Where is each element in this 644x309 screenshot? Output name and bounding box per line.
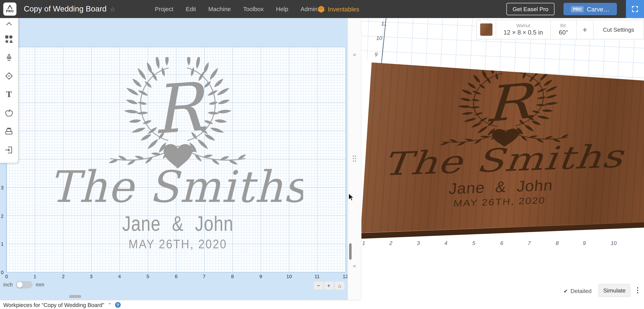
expand-arrows-icon	[631, 6, 638, 13]
project-title[interactable]: Copy of Wedding Board☆	[24, 0, 115, 18]
unit-toggle-row: inch mm	[3, 281, 44, 288]
apps-apple-tool[interactable]	[0, 104, 18, 122]
menu-project[interactable]: Project	[149, 6, 180, 12]
help-icon[interactable]: ?	[115, 302, 120, 308]
material-name: Walnut	[516, 23, 530, 29]
divider-drag-handle-icon[interactable]	[352, 155, 356, 162]
shapes-tool[interactable]	[0, 30, 18, 48]
wood-swatch	[480, 24, 492, 36]
expand-right-icon[interactable]: »	[348, 51, 361, 58]
collapse-left-icon[interactable]: «	[348, 262, 361, 269]
logo-pro-badge: PRO	[6, 10, 14, 13]
easel-app: PRO Copy of Wedding Board☆ Project Edit …	[0, 0, 644, 309]
chevron-up-icon	[6, 22, 12, 26]
pen-icon	[4, 53, 14, 62]
design-canvas[interactable]: 0 1 2 3 4 5 6 7 8 9 10 11 12 3 2 1 0 inc…	[0, 18, 348, 300]
carve-button[interactable]: PRO Carve…	[564, 3, 617, 15]
material-card: Walnut 12 × 8 × 0.5 in Bit: 60° + Cut Se…	[476, 20, 644, 40]
bit-value: 60°	[559, 29, 568, 36]
design-artwork[interactable]	[52, 57, 303, 275]
bit-label: Bit:	[560, 23, 567, 29]
kebab-menu-icon[interactable]: ⋮	[634, 286, 641, 294]
material-blocks-tool[interactable]	[0, 122, 18, 141]
cut-settings-button[interactable]: Cut Settings	[594, 20, 644, 39]
origin-target-icon	[4, 71, 14, 80]
vertical-scrollbar[interactable]	[349, 243, 352, 260]
inventables-link[interactable]: Inventables	[318, 0, 359, 18]
unit-toggle[interactable]	[16, 281, 32, 288]
zoom-controls: − +	[314, 281, 334, 290]
detailed-toggle[interactable]: ✔ Detailed	[564, 287, 592, 294]
pane-divider[interactable]: » «	[348, 18, 362, 300]
zoom-home-button[interactable]: ⌂	[335, 281, 345, 290]
workpieces-collapse-icon[interactable]: ⌃	[108, 302, 112, 308]
easel-logo[interactable]: PRO	[3, 3, 16, 16]
tool-sidebar: T	[0, 18, 18, 163]
carve-pro-badge: PRO	[571, 6, 584, 12]
main-menu: Project Edit Machine Toolbox Help Admin	[149, 0, 324, 18]
menu-machine[interactable]: Machine	[202, 6, 237, 12]
material-dimensions: 12 × 8 × 0.5 in	[504, 29, 543, 36]
bit-section[interactable]: Bit: 60°	[551, 20, 577, 39]
import-tool[interactable]	[0, 141, 18, 159]
shapes-icon	[4, 34, 14, 44]
favorite-star-icon[interactable]: ☆	[110, 6, 115, 13]
preview-3d-pane[interactable]: 11 10 9 1 2 3 4 5 6 7 8 9 10	[360, 18, 644, 309]
toggle-knob	[17, 282, 22, 287]
workpieces-label: Workpieces for “Copy of Wedding Board”	[3, 302, 104, 308]
add-bit-button[interactable]: +	[577, 20, 594, 39]
menu-toolbox[interactable]: Toolbox	[237, 6, 270, 12]
horizontal-scrollbar[interactable]	[69, 295, 81, 298]
bricks-icon	[4, 127, 14, 136]
zoom-out-button[interactable]: −	[314, 281, 323, 290]
workpieces-bar[interactable]: Workpieces for “Copy of Wedding Board” ⌃…	[0, 300, 360, 309]
wood-board-3d[interactable]	[360, 59, 644, 242]
fullscreen-button[interactable]	[626, 0, 644, 18]
top-bar: PRO Copy of Wedding Board☆ Project Edit …	[0, 0, 644, 18]
zoom-in-button[interactable]: +	[324, 281, 334, 290]
menu-help[interactable]: Help	[270, 6, 294, 12]
unit-mm-label[interactable]: mm	[36, 282, 44, 287]
material-dimensions-section[interactable]: Walnut 12 × 8 × 0.5 in	[496, 20, 551, 39]
menu-edit[interactable]: Edit	[180, 6, 202, 12]
check-icon: ✔	[564, 288, 568, 294]
text-tool-icon: T	[6, 89, 12, 99]
import-icon	[4, 145, 14, 154]
pen-logo-icon	[7, 5, 13, 10]
simulate-button[interactable]: Simulate	[599, 284, 630, 297]
unit-inch-label[interactable]: inch	[3, 282, 13, 287]
text-tool[interactable]: T	[0, 85, 18, 104]
material-swatch-section[interactable]	[477, 20, 496, 39]
get-easel-pro-button[interactable]: Get Easel Pro	[506, 3, 554, 15]
collapse-toolbar-button[interactable]	[0, 18, 18, 30]
origin-tool[interactable]	[0, 67, 18, 85]
apple-icon	[4, 108, 14, 117]
pen-tool[interactable]	[0, 48, 18, 67]
inventables-cube-icon	[318, 5, 325, 13]
